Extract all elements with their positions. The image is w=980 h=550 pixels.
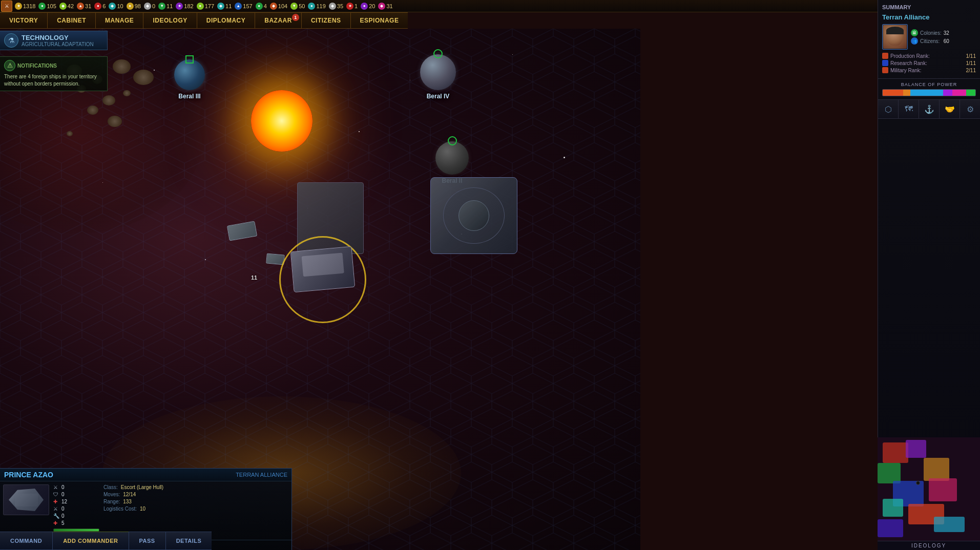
planet-beral-3[interactable]: Beral III [174,59,205,90]
summary-title: Summary [882,4,976,10]
resource-r4: ● 6 [94,3,106,10]
mm-region-1 [883,442,908,463]
tech-header[interactable]: ⚗ Technology Agricultural Adaptation [0,31,107,50]
citizens-row: 👥 Citizens: 60 [911,37,949,45]
bop-seg-1 [883,90,903,96]
unit-header: Prince Azao Terran Alliance [0,469,291,481]
mm-region-10 [934,517,965,532]
nav-bazaar[interactable]: Bazaar 1 [255,12,301,29]
planet-beral2-body [435,141,469,175]
resource-r3: ▲ 31 [77,3,91,10]
extra-value: 5 [61,520,65,526]
damage-value: 12 [61,499,67,504]
nav-espionage[interactable]: Espionage [350,12,408,29]
extra-icon: ✚ [53,520,59,526]
star [205,259,206,260]
nav-manage[interactable]: Manage [95,12,143,29]
credits-icon: ★ [15,3,22,10]
bottom-buttons: Command Add Commander Pass Details [0,532,212,550]
unit-stats-right: Class: Escort (Large Hull) Moves: 12/14 … [103,484,163,537]
r6-icon: ● [127,3,134,10]
fleet-station-right[interactable] [430,177,523,259]
leader-portrait [882,24,908,50]
r13-icon: ● [256,3,263,10]
nav-ideology[interactable]: Ideology [143,12,196,29]
damage-icon: ✚ [53,499,59,504]
star [154,70,155,71]
moves-row: Moves: 12/14 [103,492,163,497]
planet-beral-4[interactable]: Beral IV [420,54,456,90]
resource-r18: ★ 1 [346,3,358,10]
ship-detail [302,253,344,277]
r3-icon: ▲ [77,3,84,10]
resource-r20: ◆ 31 [378,3,392,10]
planet-beral3-body [174,59,205,90]
nav-victory[interactable]: Victory [0,12,47,29]
planet-beral3-label: Beral III [164,93,215,100]
station-body [430,177,517,254]
mm-region-9 [878,519,903,537]
class-value: Escort (Large Hull) [121,484,163,490]
selected-ship[interactable] [292,249,353,290]
mini-map: Ideology [878,437,980,550]
unit-extra-row: ✚ 5 [53,520,99,526]
star [512,54,513,55]
small-ship-body [227,221,257,241]
moves-value: 12/14 [123,492,136,497]
repair2-icon: 🔧 [53,513,59,519]
resource-r10: ● 177 [197,3,214,10]
right-panel: Summary Terran Alliance 🏛 Colonies: 32 [878,0,980,550]
ideology-label: Ideology [878,541,980,550]
nav-citizens[interactable]: Citizens [301,12,350,29]
production-rank-row: Production Rank: 1/11 [882,53,976,59]
small-ship-1[interactable] [228,223,256,239]
map-icon-diplomacy[interactable]: 🤝 [940,100,960,118]
logistics-value: 10 [140,506,145,512]
mm-ship-dot [916,481,920,485]
r11-icon: ◆ [217,3,224,10]
planet-beral4-body [420,54,456,90]
bazaar-badge: 1 [292,14,299,21]
range-label: Range: [103,499,120,504]
star [410,80,410,80]
summary-section: Summary Terran Alliance 🏛 Colonies: 32 [878,0,980,79]
map-icon-hex[interactable]: ⬡ [878,100,899,118]
resource-r7: ◆ 0 [144,3,155,10]
planet-beral2-indicator [448,136,457,145]
command-button[interactable]: Command [0,532,52,550]
bop-title: Balance of Power [882,82,976,87]
star [102,182,103,183]
r18-icon: ★ [346,3,353,10]
unit-faction: Terran Alliance [236,472,287,478]
pass-button[interactable]: Pass [129,532,165,550]
small-ship-2[interactable] [266,254,284,264]
add-commander-button[interactable]: Add Commander [52,532,128,550]
tech-panel: ⚗ Technology Agricultural Adaptation [0,31,108,50]
map-icon-territory[interactable]: 🗺 [899,100,919,118]
planet-indicator [185,55,194,64]
game-logo-icon[interactable]: ⚔ [1,1,12,12]
mm-region-4 [878,463,901,483]
bop-section: Balance of Power [878,79,980,100]
notif-header: ⚠ Notifications [4,60,103,71]
mm-region-7 [883,499,903,517]
unit-repair2-row: 🔧 0 [53,513,99,519]
nav-cabinet[interactable]: Cabinet [47,12,95,29]
repair-value: 0 [61,506,65,512]
details-button[interactable]: Details [165,532,212,550]
repair-icon: ⚔ [53,506,59,512]
military-rank-icon [882,67,888,73]
map-icon-settings[interactable]: ⚙ [960,100,980,118]
notif-text: There are 4 foreign ships in your territ… [4,73,103,88]
map-icon-fleet[interactable]: ⚓ [919,100,940,118]
unit-repair-row: ⚔ 0 [53,506,99,512]
unit-body: ⚔ 0 🛡 0 ✚ 12 ⚔ 0 🔧 0 ✚ 5 [0,481,291,540]
logistics-label: Logistics Cost: [103,506,137,512]
resource-r19: ● 20 [361,3,375,10]
unit-defense-row: 🛡 0 [53,492,99,497]
resource-r12: ▲ 157 [235,3,252,10]
nav-diplomacy[interactable]: Diplomacy [197,12,255,29]
mini-map-content[interactable]: Ideology [878,437,980,550]
planet-beral-2[interactable]: Beral II [435,141,469,175]
hair [886,27,904,34]
